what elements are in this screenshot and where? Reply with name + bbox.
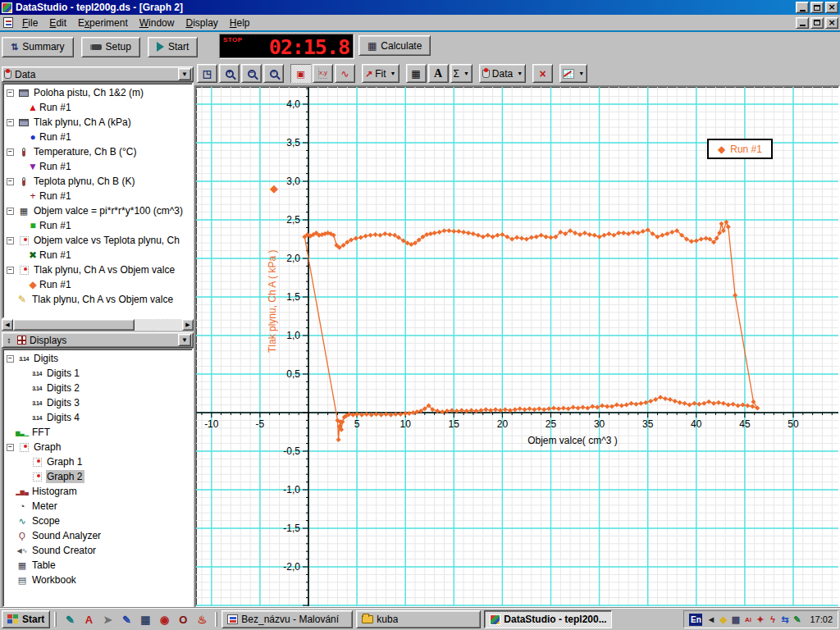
plot-area[interactable]: -10-551015202530354045504,03,53,02,52,01… <box>194 85 840 608</box>
data-item-5-run[interactable]: ✖Run #1 <box>3 248 192 262</box>
language-indicator[interactable]: En <box>689 614 702 626</box>
quick-launch-acrobat-icon[interactable]: A <box>80 611 98 628</box>
data-item-1-run[interactable]: ●Run #1 <box>3 130 192 144</box>
displays-panel-header[interactable]: ▲▼ Displays ▼ <box>2 332 194 348</box>
child-minimize-button[interactable] <box>796 17 809 29</box>
x-axis-title[interactable]: Objem valce( cm^3 ) <box>521 435 624 446</box>
quick-launch-dragon-icon[interactable]: ◉ <box>155 611 173 628</box>
setup-button[interactable]: Setup <box>81 37 140 57</box>
child-restore-button[interactable] <box>810 17 824 29</box>
display-item-digits[interactable]: −3.14Digits <box>3 351 192 366</box>
tray-scheduler-icon[interactable]: ◆ <box>717 613 729 626</box>
start-menu-button[interactable]: Start <box>2 610 50 628</box>
zoom-select-button[interactable]: ▫ <box>263 64 284 83</box>
app-restore-button[interactable] <box>810 2 824 13</box>
data-item-3-run[interactable]: +Run #1 <box>3 189 192 203</box>
graph-window-icon[interactable] <box>3 17 13 28</box>
smart-tool-button[interactable]: ▣ <box>290 64 311 83</box>
zoom-in-button[interactable]: + <box>219 64 240 83</box>
text-tool-button[interactable]: A <box>428 64 449 83</box>
summary-button[interactable]: ⇅ Summary <box>2 37 74 57</box>
data-item-3[interactable]: −Teplota plynu, Ch B (K) <box>3 174 192 189</box>
quick-launch-desktop-icon[interactable]: ✎ <box>61 611 79 628</box>
data-item-4-run[interactable]: ■Run #1 <box>3 218 192 233</box>
display-item-fft[interactable]: ▆▃▁FFT <box>3 425 192 440</box>
tray-ati-icon[interactable]: Ai <box>742 613 754 626</box>
calculator-tool-button[interactable]: ▦ <box>406 64 427 83</box>
data-item-0-run[interactable]: ▲Run #1 <box>3 100 192 115</box>
menu-item-file[interactable]: File <box>16 16 43 30</box>
legend[interactable]: ◆ Run #1 <box>707 139 773 159</box>
data-item-6-run[interactable]: ◆Run #1 <box>3 277 192 292</box>
menu-item-edit[interactable]: Edit <box>43 16 72 30</box>
scroll-left-button[interactable]: ◀ <box>2 319 13 331</box>
displays-panel-dropdown-button[interactable]: ▼ <box>178 334 191 346</box>
tray-update-icon[interactable]: ⇆ <box>778 613 791 626</box>
data-item-0[interactable]: −Poloha pistu, Ch 1&2 (m) <box>3 85 192 100</box>
quick-launch-opera-icon[interactable]: O <box>174 611 192 628</box>
scroll-right-button[interactable]: ▶ <box>182 319 194 331</box>
display-item-digits-3[interactable]: 3.14Digits 3 <box>3 395 192 410</box>
quick-launch-mail-icon[interactable]: ➤ <box>98 611 116 628</box>
start-button[interactable]: Start <box>148 37 198 57</box>
display-item-sound-creator[interactable]: ◀∿Sound Creator <box>3 543 192 558</box>
task-button-folder[interactable]: kuba <box>356 610 481 628</box>
display-item-meter[interactable]: ◔Meter <box>3 499 192 514</box>
menu-item-help[interactable]: Help <box>224 16 256 30</box>
data-panel-dropdown-button[interactable]: ▼ <box>178 68 191 80</box>
tree-expander[interactable]: − <box>7 237 14 244</box>
menu-item-window[interactable]: Window <box>134 16 180 30</box>
display-item-scope[interactable]: ∿Scope <box>3 514 192 528</box>
display-item-digits-4[interactable]: 3.14Digits 4 <box>3 410 192 425</box>
quick-launch-pen-icon[interactable]: ✎ <box>117 611 135 628</box>
menu-item-experiment[interactable]: Experiment <box>72 16 134 30</box>
display-item-digits-2[interactable]: 3.14Digits 2 <box>3 381 192 395</box>
data-item-2[interactable]: −Temperature, Ch B (°C) <box>3 144 192 159</box>
data-item-5[interactable]: −Objem valce vs Teplota plynu, Ch <box>3 233 192 248</box>
quick-launch-calculator-icon[interactable]: ▦ <box>136 611 154 628</box>
display-item-sound-analyzer[interactable]: ϘSound Analyzer <box>3 528 192 543</box>
app-minimize-button[interactable] <box>796 2 809 13</box>
calculate-button[interactable]: ▦ Calculate <box>358 35 431 56</box>
tray-display-icon[interactable]: ▦ <box>729 613 742 626</box>
fit-menu-button[interactable]: ↗Fit▼ <box>362 64 399 83</box>
display-item-graph-1[interactable]: Graph 1 <box>3 454 192 469</box>
display-item-histogram[interactable]: ▂▆▄Histogram <box>3 484 192 499</box>
delete-button[interactable]: × <box>532 64 553 83</box>
tree-expander[interactable]: − <box>7 148 14 156</box>
datastudio-app-icon[interactable] <box>2 2 12 13</box>
graph-canvas[interactable]: -10-551015202530354045504,03,53,02,52,01… <box>196 87 838 606</box>
data-menu-button[interactable]: Data▼ <box>479 64 526 83</box>
data-item-6[interactable]: −Tlak plynu, Ch A vs Objem valce <box>3 262 192 277</box>
menu-item-display[interactable]: Display <box>180 16 223 30</box>
y-axis-title[interactable]: Tlak plynu, Ch A ( kPa ) <box>267 197 280 406</box>
data-horizontal-scrollbar[interactable]: ◀ ▶ <box>2 319 194 331</box>
tangent-tool-button[interactable]: ∿ <box>335 64 355 83</box>
data-item-2-run[interactable]: ▼Run #1 <box>3 159 192 174</box>
tree-expander[interactable]: − <box>7 267 14 274</box>
tree-expander[interactable]: − <box>7 178 14 185</box>
task-button-datastudio[interactable]: DataStudio - tepl200... <box>484 610 612 628</box>
task-button-paint[interactable]: Bez_názvu - Malování <box>221 610 353 628</box>
display-item-workbook[interactable]: ▤Workbook <box>3 573 192 587</box>
tree-expander[interactable]: − <box>7 355 14 363</box>
data-item-7[interactable]: ✎Tlak plynu, Ch A vs Objem valce <box>3 292 192 307</box>
zoom-out-button[interactable]: − <box>241 64 262 83</box>
display-item-digits-1[interactable]: 3.14Digits 1 <box>3 366 192 381</box>
child-close-button[interactable]: × <box>825 17 838 29</box>
quick-launch-flame-icon[interactable]: ♨ <box>193 611 211 628</box>
statistics-menu-button[interactable]: Σ▼ <box>450 64 472 83</box>
tree-expander[interactable]: − <box>7 119 14 126</box>
graph-settings-button[interactable]: ▼ <box>559 64 587 83</box>
tree-expander[interactable]: − <box>7 444 14 451</box>
scale-to-fit-button[interactable]: ◳ <box>197 64 217 83</box>
panel-sort-control[interactable]: ▲▼ <box>4 337 14 344</box>
display-item-graph[interactable]: −Graph <box>3 440 192 454</box>
tray-volume-icon[interactable]: ◄ <box>705 613 717 626</box>
scroll-thumb[interactable] <box>13 319 135 331</box>
display-item-graph-2[interactable]: Graph 2 <box>3 469 192 484</box>
tree-expander[interactable]: − <box>7 89 14 97</box>
tray-agent-icon[interactable]: ✦ <box>754 613 766 626</box>
tray-power-icon[interactable]: ϟ <box>766 613 778 626</box>
tray-pen-icon[interactable]: ✎ <box>791 613 803 626</box>
